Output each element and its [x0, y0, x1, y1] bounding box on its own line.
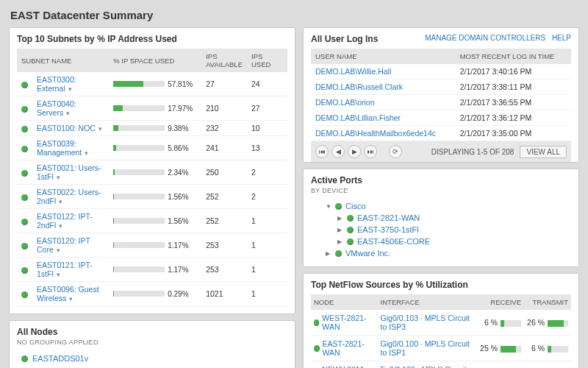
status-dot-icon — [21, 267, 28, 274]
tx-cell: 6 % — [524, 336, 571, 361]
tree-node-link[interactable]: EAST-2821-WAN — [357, 213, 420, 222]
ips-used: 27 — [247, 96, 287, 121]
tree-child[interactable]: ▶EAST-4506E-CORE — [312, 236, 571, 247]
login-user-link[interactable]: DEMO.LAB\Lillian.Fisher — [315, 113, 401, 122]
login-user-link[interactable]: DEMO.LAB\Russell.Clark — [315, 82, 403, 91]
chevron-down-icon[interactable]: ▾ — [54, 247, 60, 254]
subnet-row: EAST0021: Users-1stFl▾2.34%2502 — [17, 160, 287, 185]
usage-bar — [113, 194, 165, 199]
logins-title: All User Log Ins — [311, 34, 378, 44]
usage-bar — [113, 145, 165, 151]
ips-used: 2 — [247, 160, 287, 185]
tree-child[interactable]: ▶EAST-3750-1stFl — [312, 224, 571, 236]
page-next-icon[interactable]: ▶ — [348, 145, 361, 158]
subnet-link[interactable]: EAST0122: IPT-2ndFl — [37, 212, 93, 230]
ips-used: 24 — [247, 72, 287, 96]
caret-down-icon[interactable]: ▼ — [326, 203, 331, 210]
status-dot-icon — [21, 355, 28, 362]
ips-available: 241 — [201, 136, 247, 160]
netflow-iface-link[interactable]: Gig0/0.103 · MPLS Circuit to ISP3 — [381, 314, 470, 331]
chevron-down-icon[interactable]: ▾ — [56, 222, 62, 230]
netflow-table: NODE INTERFACE RECEIVE TRANSMIT WEST-282… — [311, 294, 571, 368]
page-last-icon[interactable]: ⏭ — [364, 145, 377, 158]
manage-dc-link[interactable]: MANAGE DOMAIN CONTROLLERS — [425, 34, 545, 42]
usage-bar — [113, 218, 165, 224]
subnets-panel: Top 10 Subnets by % IP Address Used SUBN… — [9, 27, 295, 314]
status-dot-icon — [347, 227, 354, 233]
caret-right-icon[interactable]: ▶ — [337, 227, 343, 233]
login-time: 2/1/2017 3:35:00 PM — [456, 126, 571, 141]
ips-used: 1 — [247, 233, 287, 258]
col-tx: TRANSMIT — [524, 294, 571, 310]
subnet-link[interactable]: EAST0022: Users-2ndFl — [37, 188, 101, 205]
chevron-down-icon[interactable]: ▾ — [96, 125, 102, 132]
chevron-down-icon[interactable]: ▾ — [56, 198, 62, 205]
subnet-row: EAST0100: NOC▾9.38%23210 — [17, 121, 287, 136]
usage-bar — [113, 169, 165, 175]
chevron-down-icon[interactable]: ▾ — [82, 149, 88, 157]
caret-right-icon[interactable]: ▶ — [326, 250, 331, 257]
pager: ⏮ ◀ ▶ ⏭ ⟳ DISPLAYING 1-5 OF 208 VIEW ALL — [311, 141, 571, 162]
subnet-link[interactable]: EAST0100: NOC — [37, 124, 96, 132]
tx-cell: 2 % — [524, 361, 571, 369]
page-prev-icon[interactable]: ◀ — [331, 145, 345, 158]
node-item[interactable]: EASTADDS02v — [21, 365, 287, 368]
status-dot-icon — [21, 82, 28, 88]
netflow-node-link[interactable]: NEWY-2811- WAN — [322, 365, 374, 368]
chevron-down-icon[interactable]: ▾ — [65, 85, 72, 93]
usage-bar — [113, 266, 165, 272]
subnet-link[interactable]: EAST0121: IPT-1stFl — [37, 261, 93, 278]
ips-used: 13 — [247, 136, 287, 160]
chevron-down-icon[interactable]: ▾ — [66, 295, 73, 302]
status-dot-icon — [21, 126, 28, 132]
caret-right-icon[interactable]: ▶ — [337, 238, 343, 245]
status-dot-icon — [335, 203, 342, 210]
netflow-title: Top NetFlow Sources by % Utilization — [311, 280, 571, 290]
view-all-button[interactable]: VIEW ALL — [520, 146, 567, 158]
login-user-link[interactable]: DEMO.LAB\Willie.Hall — [315, 67, 391, 76]
ips-used: 1 — [247, 282, 287, 306]
netflow-node-link[interactable]: WEST-2821- WAN — [322, 314, 374, 331]
page-refresh-icon[interactable]: ⟳ — [389, 145, 402, 158]
subnet-link[interactable]: EAST0120: IPT Core — [37, 236, 90, 254]
help-link[interactable]: HELP — [552, 34, 571, 42]
tree-node-cisco[interactable]: Cisco — [345, 202, 366, 210]
col-avail: IPS AVAILABLE — [201, 49, 247, 72]
chevron-down-icon[interactable]: ▾ — [54, 174, 60, 181]
usage-bar — [113, 242, 165, 248]
nodes-panel: All Nodes NO GROUPING APPLIED EASTADDS01… — [9, 320, 295, 368]
chevron-down-icon[interactable]: ▾ — [54, 271, 60, 278]
node-link[interactable]: EASTADDS01v — [32, 354, 88, 363]
netflow-node-link[interactable]: EAST-2821- WAN — [323, 339, 375, 357]
subnet-link[interactable]: EAST0021: Users-1stFl — [37, 163, 101, 181]
node-item[interactable]: EASTADDS01v — [21, 352, 287, 365]
status-dot-icon — [335, 250, 342, 257]
tree-node-link[interactable]: EAST-4506E-CORE — [357, 237, 430, 246]
caret-right-icon[interactable]: ▶ — [337, 215, 343, 222]
login-user-link[interactable]: DEMO.LAB\orion — [315, 98, 375, 107]
netflow-iface-link[interactable]: Fa0/0.106 · MPLS Circuit to ISP6 — [381, 365, 467, 368]
chevron-down-icon[interactable]: ▾ — [63, 110, 70, 117]
status-dot-icon — [314, 319, 319, 326]
login-time: 2/1/2017 3:40:16 PM — [456, 64, 571, 79]
nodes-title: All Nodes — [17, 327, 287, 337]
login-user-link[interactable]: DEMO.LAB\HealthMailbox6ede14c — [315, 129, 436, 138]
ips-available: 1021 — [201, 282, 247, 306]
tree-node-vmware[interactable]: VMware Inc. — [345, 249, 390, 258]
ips-available: 253 — [201, 258, 247, 282]
ips-available: 252 — [201, 209, 247, 233]
usage-pct: 5.86% — [168, 144, 197, 152]
usage-pct: 0.29% — [168, 290, 197, 298]
tree-node-link[interactable]: EAST-3750-1stFl — [357, 225, 419, 234]
status-dot-icon — [347, 238, 354, 245]
subnet-link[interactable]: EAST0040: Servers — [37, 99, 76, 117]
tree-child[interactable]: ▶EAST-2821-WAN — [312, 212, 571, 224]
subnet-link[interactable]: EAST0039: Management — [37, 139, 82, 157]
netflow-iface-link[interactable]: Gig0/0.100 · MPLS Circuit to ISP1 — [381, 339, 470, 357]
login-row: DEMO.LAB\orion2/1/2017 3:36:55 PM — [311, 95, 571, 110]
subnet-row: EAST0120: IPT Core▾1.17%2531 — [17, 233, 287, 258]
page-first-icon[interactable]: ⏮ — [315, 145, 329, 158]
usage-pct: 1.17% — [168, 241, 197, 250]
subnet-row: EAST0122: IPT-2ndFl▾1.56%2521 — [17, 209, 287, 233]
subnet-row: EAST0300: External▾57.81%2724 — [17, 72, 287, 96]
